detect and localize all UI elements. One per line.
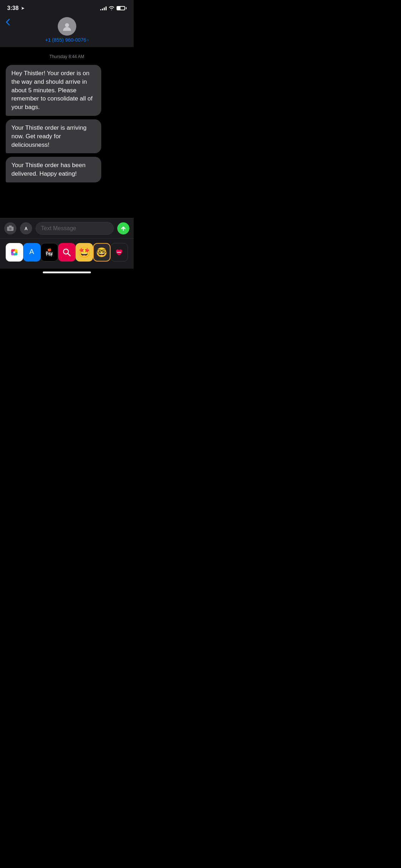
- send-button[interactable]: [117, 222, 129, 234]
- appstore-icon: A: [26, 247, 37, 258]
- wifi-icon: [109, 6, 114, 10]
- dock-search-button[interactable]: [58, 243, 76, 262]
- svg-text:A: A: [25, 226, 28, 231]
- message-bubble-2: Your Thistle order is arriving now. Get …: [6, 119, 101, 153]
- text-input-placeholder: Text Message: [41, 225, 76, 232]
- bottom-dock: A Pay 🍎 Pay 🤩 🤓: [0, 238, 134, 269]
- messages-area: Thursday 8:44 AM Hey Thistler! Your orde…: [0, 47, 134, 218]
- contact-avatar: [58, 17, 76, 36]
- dock-emoji2-button[interactable]: 🤓: [93, 243, 110, 262]
- appstore-attach-button[interactable]: A: [20, 222, 32, 234]
- send-arrow-icon: [120, 226, 126, 231]
- dock-heart-button[interactable]: [110, 243, 128, 262]
- svg-rect-3: [9, 226, 12, 227]
- message-bubble-3: Your Thistle order has been delivered. H…: [6, 157, 101, 182]
- dock-appstore-button[interactable]: A: [23, 243, 41, 262]
- dock-photos-button[interactable]: [6, 243, 23, 262]
- signal-bars-icon: [100, 6, 107, 10]
- status-time: 3:38 ➤: [7, 5, 24, 11]
- svg-text:A: A: [30, 248, 35, 255]
- photos-icon: [8, 246, 20, 258]
- svg-line-18: [68, 253, 70, 256]
- battery-icon: [117, 6, 127, 10]
- avatar-silhouette-icon: [62, 21, 72, 31]
- status-icons: [100, 6, 127, 10]
- dock-applepay-button[interactable]: Pay 🍎 Pay: [41, 243, 58, 262]
- svg-point-2: [9, 228, 12, 230]
- text-input-container[interactable]: Text Message: [36, 222, 114, 235]
- nav-header: +1 (855) 960-0076 ›: [0, 14, 134, 47]
- camera-icon: [7, 226, 14, 231]
- svg-point-14: [13, 251, 15, 253]
- svg-point-0: [65, 23, 69, 27]
- status-bar: 3:38 ➤: [0, 0, 134, 14]
- date-separator: Thursday 8:44 AM: [6, 54, 128, 59]
- time-display: 3:38: [7, 5, 19, 11]
- back-button[interactable]: [6, 19, 10, 28]
- contact-phone-number[interactable]: +1 (855) 960-0076 ›: [45, 37, 89, 43]
- home-indicator: [43, 272, 91, 273]
- search-icon: [62, 248, 71, 257]
- camera-button[interactable]: [4, 222, 16, 234]
- chevron-right-icon: ›: [87, 37, 89, 42]
- message-bubble-1: Hey Thistler! Your order is on the way a…: [6, 65, 101, 116]
- location-arrow-icon: ➤: [21, 6, 24, 11]
- dock-emoji1-button[interactable]: 🤩: [76, 243, 93, 262]
- heart-icon: [114, 247, 124, 257]
- input-bar: A Text Message: [0, 218, 134, 238]
- appstore-attach-icon: A: [22, 224, 30, 232]
